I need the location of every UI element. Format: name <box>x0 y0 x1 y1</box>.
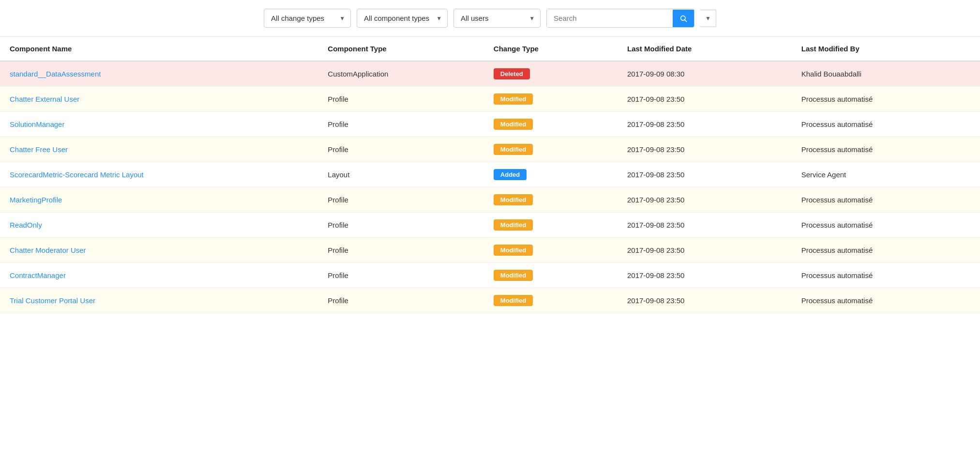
change-types-select[interactable]: All change types AddedModifiedDeleted <box>264 9 351 28</box>
search-input[interactable] <box>547 9 673 27</box>
component-types-wrapper: All component types ProfileCustomApplica… <box>357 9 448 28</box>
cell-last-modified-by: Processus automatisé <box>792 187 980 213</box>
changes-table: Component Name Component Type Change Typ… <box>0 37 980 313</box>
cell-change-type: Modified <box>484 112 618 137</box>
cell-change-type: Modified <box>484 263 618 288</box>
table-row: ContractManagerProfileModified2017-09-08… <box>0 263 980 288</box>
change-type-badge: Modified <box>494 219 533 231</box>
cell-component-type: Profile <box>318 112 484 137</box>
table-row: Trial Customer Portal UserProfileModifie… <box>0 288 980 313</box>
cell-last-modified-date: 2017-09-08 23:50 <box>618 162 792 187</box>
cell-change-type: Modified <box>484 137 618 162</box>
cell-component-name: SolutionManager <box>0 112 318 137</box>
component-name-link[interactable]: ScorecardMetric-Scorecard Metric Layout <box>10 170 144 179</box>
toolbar: All change types AddedModifiedDeleted ▼ … <box>0 0 980 37</box>
cell-component-type: Profile <box>318 87 484 112</box>
component-name-link[interactable]: standard__DataAssessment <box>10 70 101 78</box>
cell-component-name: Chatter Moderator User <box>0 238 318 263</box>
cell-change-type: Modified <box>484 288 618 313</box>
cell-last-modified-by: Processus automatisé <box>792 112 980 137</box>
col-header-last-modified-date: Last Modified Date <box>618 37 792 61</box>
cell-component-name: ScorecardMetric-Scorecard Metric Layout <box>0 162 318 187</box>
users-select[interactable]: All users <box>453 9 541 28</box>
col-header-component-name: Component Name <box>0 37 318 61</box>
table-row: ScorecardMetric-Scorecard Metric LayoutL… <box>0 162 980 187</box>
change-type-badge: Modified <box>494 295 533 306</box>
cell-change-type: Deleted <box>484 61 618 87</box>
component-name-link[interactable]: Chatter Free User <box>10 145 68 154</box>
cell-last-modified-by: Processus automatisé <box>792 238 980 263</box>
cell-last-modified-date: 2017-09-09 08:30 <box>618 61 792 87</box>
cell-last-modified-date: 2017-09-08 23:50 <box>618 213 792 238</box>
search-icon <box>679 15 687 22</box>
component-name-link[interactable]: MarketingProfile <box>10 196 62 204</box>
cell-component-name: MarketingProfile <box>0 187 318 213</box>
cell-last-modified-date: 2017-09-08 23:50 <box>618 288 792 313</box>
cell-component-name: ReadOnly <box>0 213 318 238</box>
cell-last-modified-date: 2017-09-08 23:50 <box>618 112 792 137</box>
col-header-last-modified-by: Last Modified By <box>792 37 980 61</box>
cell-change-type: Modified <box>484 87 618 112</box>
col-header-change-type: Change Type <box>484 37 618 61</box>
change-type-badge: Modified <box>494 194 533 205</box>
change-types-wrapper: All change types AddedModifiedDeleted ▼ <box>264 9 351 28</box>
change-type-badge: Modified <box>494 144 533 155</box>
cell-last-modified-date: 2017-09-08 23:50 <box>618 238 792 263</box>
table-row: ReadOnlyProfileModified2017-09-08 23:50P… <box>0 213 980 238</box>
cell-component-type: Profile <box>318 137 484 162</box>
cell-change-type: Added <box>484 162 618 187</box>
svg-line-1 <box>685 20 687 22</box>
cell-last-modified-by: Processus automatisé <box>792 87 980 112</box>
cell-component-type: Profile <box>318 263 484 288</box>
table-row: standard__DataAssessmentCustomApplicatio… <box>0 61 980 87</box>
cell-component-name: standard__DataAssessment <box>0 61 318 87</box>
table-row: SolutionManagerProfileModified2017-09-08… <box>0 112 980 137</box>
component-name-link[interactable]: ReadOnly <box>10 221 42 229</box>
change-type-badge: Modified <box>494 270 533 281</box>
cell-last-modified-date: 2017-09-08 23:50 <box>618 87 792 112</box>
component-types-select[interactable]: All component types ProfileCustomApplica… <box>357 9 448 28</box>
change-type-badge: Added <box>494 169 527 180</box>
table-row: Chatter Free UserProfileModified2017-09-… <box>0 137 980 162</box>
table-row: Chatter External UserProfileModified2017… <box>0 87 980 112</box>
cell-last-modified-by: Khalid Bouaabdalli <box>792 61 980 87</box>
component-name-link[interactable]: Chatter Moderator User <box>10 246 86 254</box>
cell-change-type: Modified <box>484 213 618 238</box>
cell-component-type: Profile <box>318 288 484 313</box>
cell-last-modified-date: 2017-09-08 23:50 <box>618 263 792 288</box>
cell-component-type: Profile <box>318 213 484 238</box>
cell-component-name: ContractManager <box>0 263 318 288</box>
component-name-link[interactable]: SolutionManager <box>10 120 64 128</box>
change-type-badge: Modified <box>494 119 533 130</box>
cell-last-modified-by: Processus automatisé <box>792 263 980 288</box>
cell-last-modified-by: Processus automatisé <box>792 288 980 313</box>
cell-component-type: CustomApplication <box>318 61 484 87</box>
cell-last-modified-date: 2017-09-08 23:50 <box>618 137 792 162</box>
change-type-badge: Deleted <box>494 68 530 79</box>
cell-component-name: Trial Customer Portal User <box>0 288 318 313</box>
change-type-badge: Modified <box>494 245 533 256</box>
table-header-row: Component Name Component Type Change Typ… <box>0 37 980 61</box>
cell-component-name: Chatter External User <box>0 87 318 112</box>
cell-component-type: Layout <box>318 162 484 187</box>
component-name-link[interactable]: Trial Customer Portal User <box>10 296 95 305</box>
cell-last-modified-by: Processus automatisé <box>792 213 980 238</box>
cell-last-modified-by: Processus automatisé <box>792 137 980 162</box>
cell-component-name: Chatter Free User <box>0 137 318 162</box>
component-name-link[interactable]: Chatter External User <box>10 95 79 103</box>
cell-change-type: Modified <box>484 238 618 263</box>
component-name-link[interactable]: ContractManager <box>10 271 66 279</box>
users-wrapper: All users ▼ <box>453 9 541 28</box>
change-type-badge: Modified <box>494 93 533 105</box>
search-wrapper <box>546 9 694 28</box>
table-container: Component Name Component Type Change Typ… <box>0 37 980 313</box>
search-button[interactable] <box>673 10 694 27</box>
search-dropdown-button[interactable]: ▼ <box>700 10 716 27</box>
cell-last-modified-by: Service Agent <box>792 162 980 187</box>
cell-change-type: Modified <box>484 187 618 213</box>
cell-component-type: Profile <box>318 187 484 213</box>
cell-last-modified-date: 2017-09-08 23:50 <box>618 187 792 213</box>
cell-component-type: Profile <box>318 238 484 263</box>
table-row: MarketingProfileProfileModified2017-09-0… <box>0 187 980 213</box>
col-header-component-type: Component Type <box>318 37 484 61</box>
